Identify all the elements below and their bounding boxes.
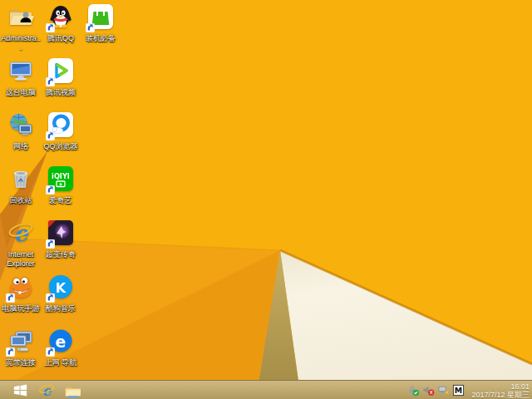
icon-label: Internet Explorer [1, 250, 41, 268]
icon-label: Administra... [1, 34, 41, 52]
icon-label: 上网 导航 [41, 358, 81, 367]
shortcut-arrow-icon [46, 185, 55, 195]
svg-text:K: K [56, 280, 66, 296]
desktop-icon-tencent-video[interactable]: 腾讯视频 [41, 57, 81, 97]
pc-mobile-games-icon [7, 273, 35, 302]
icon-label: 腾讯视频 [41, 88, 81, 97]
tencent-qq-icon [47, 3, 75, 32]
network-status-icon[interactable] [437, 384, 450, 397]
system-tray: M 16:01 2017/7/12 星期三 [407, 381, 530, 399]
desktop-icon-recycle-bin[interactable]: 回收站 [1, 165, 41, 205]
shortcut-arrow-icon [46, 23, 55, 32]
desktop-icon-tencent-qq[interactable]: 腾讯QQ [41, 3, 81, 43]
shortcut-arrow-icon [46, 347, 55, 357]
internet-explorer-icon: e [7, 219, 35, 248]
zhuangji-bibei-icon [86, 3, 115, 32]
icon-label: 网络 [1, 142, 41, 151]
icon-label: 爱奇艺 [41, 196, 81, 205]
svg-text:iQIYI: iQIYI [52, 172, 70, 180]
windows-logo-icon [12, 382, 28, 398]
web-nav-icon: e [47, 328, 75, 356]
desktop-icon-pc-mobile-games[interactable]: 电脑玩手游 [1, 273, 41, 313]
taskbar-ie-button[interactable]: e [35, 381, 58, 399]
icon-label: 电脑玩手游 [1, 304, 41, 313]
icon-label: 这台电脑 [1, 88, 41, 97]
kugou-music-icon: K [47, 273, 75, 302]
broadband-icon [7, 328, 35, 356]
iqiyi-icon: iQIYI [47, 165, 75, 194]
taskbar: e M 16:01 2017/7/12 星期三 [0, 380, 532, 399]
desktop-icon-this-pc[interactable]: 这台电脑 [1, 57, 41, 97]
shortcut-arrow-icon [46, 293, 55, 303]
tencent-video-icon [47, 57, 75, 86]
shortcut-arrow-icon [46, 239, 55, 249]
input-method-icon[interactable]: M [452, 384, 465, 397]
clock-date: 2017/7/12 星期三 [471, 391, 530, 399]
administrator-icon [7, 3, 35, 32]
desktop-icon-network[interactable]: 网络 [1, 111, 41, 151]
icon-label: 超变传奇 [41, 250, 81, 259]
shortcut-arrow-icon [46, 77, 55, 86]
desktop: Administra...腾讯QQ装机必备这台电脑腾讯视频网络QQ浏览器回收站i… [0, 0, 532, 399]
volume-muted-icon[interactable] [422, 384, 435, 397]
icon-label: 腾讯QQ [41, 34, 81, 43]
desktop-icon-internet-explorer[interactable]: eInternet Explorer [1, 219, 41, 268]
icon-label: 回收站 [1, 196, 41, 205]
shortcut-arrow-icon [46, 131, 55, 140]
svg-text:e: e [56, 332, 66, 351]
desktop-icon-administrator[interactable]: Administra... [1, 3, 41, 52]
usb-safely-remove-icon[interactable] [407, 384, 420, 397]
ie-icon: e [38, 382, 55, 399]
shortcut-arrow-icon [86, 23, 95, 32]
recycle-bin-icon [7, 165, 35, 194]
network-icon [7, 111, 35, 140]
desktop-icon-broadband[interactable]: 宽带连接 [1, 328, 41, 367]
shortcut-arrow-icon [6, 293, 15, 303]
desktop-icon-zhuangji-bibei[interactable]: 装机必备 [81, 3, 121, 43]
icon-label: 酷狗音乐 [41, 304, 81, 313]
start-button[interactable] [7, 381, 33, 399]
taskbar-clock[interactable]: 16:01 2017/7/12 星期三 [471, 382, 530, 399]
clock-time: 16:01 [471, 382, 530, 391]
file-explorer-icon [64, 382, 81, 399]
icon-label: QQ浏览器 [41, 142, 81, 151]
desktop-icon-qq-browser[interactable]: QQ浏览器 [41, 111, 81, 151]
desktop-icon-web-nav[interactable]: e上网 导航 [41, 328, 81, 367]
icon-label: 宽带连接 [1, 358, 41, 367]
taskbar-explorer-button[interactable] [60, 381, 85, 399]
qq-browser-icon [47, 111, 75, 140]
desktop-icon-chaobian-chuanqi[interactable]: 超变传奇 [41, 219, 81, 259]
shortcut-arrow-icon [6, 347, 15, 357]
icon-label: 装机必备 [81, 34, 121, 43]
svg-text:M: M [455, 386, 462, 395]
this-pc-icon [7, 57, 35, 86]
chaobian-chuanqi-icon [47, 219, 75, 248]
desktop-icon-kugou-music[interactable]: K酷狗音乐 [41, 273, 81, 313]
desktop-icon-iqiyi[interactable]: iQIYI爱奇艺 [41, 165, 81, 205]
